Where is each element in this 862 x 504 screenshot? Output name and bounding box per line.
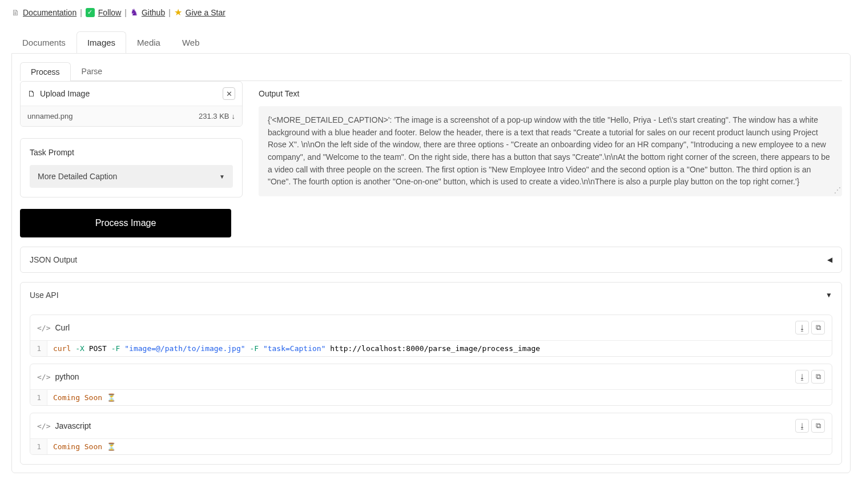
top-link-bar: 🗎 Documentation | ✓ Follow | ♞ Github | … — [11, 7, 851, 18]
code-card-javascript: </> Javascript ⭳ ⧉ 1 Coming Soon ⏳ — [30, 413, 832, 455]
copy-icon: ⧉ — [816, 372, 821, 381]
code-content[interactable]: curl -X POST -F "image=@/path/to/image.j… — [47, 341, 832, 356]
tab-documents[interactable]: Documents — [11, 31, 76, 53]
line-number: 1 — [30, 341, 47, 356]
tab-images[interactable]: Images — [76, 31, 126, 53]
close-icon: ✕ — [226, 90, 232, 98]
tab-web[interactable]: Web — [171, 31, 211, 53]
github-icon: ♞ — [130, 7, 138, 18]
give-star-link[interactable]: Give a Star — [186, 8, 225, 17]
task-prompt-value: More Detailed Caption — [38, 172, 117, 181]
clear-upload-button[interactable]: ✕ — [223, 87, 235, 100]
tab-parse[interactable]: Parse — [71, 62, 114, 80]
process-image-button[interactable]: Process Image — [20, 209, 231, 237]
star-icon: ★ — [174, 7, 182, 18]
copy-icon: ⧉ — [816, 421, 821, 430]
code-lang-label: Javascript — [55, 421, 91, 430]
download-code-button[interactable]: ⭳ — [795, 370, 809, 384]
download-icon: ⭳ — [799, 422, 806, 430]
follow-link[interactable]: Follow — [98, 8, 121, 17]
upload-title: Upload Image — [40, 89, 90, 98]
file-row[interactable]: unnamed.png 231.3 KB ↓ — [21, 106, 242, 126]
json-output-title: JSON Output — [30, 255, 77, 264]
document-icon: 🗎 — [11, 8, 19, 17]
file-size: 231.3 KB — [199, 112, 229, 120]
json-output-header[interactable]: JSON Output ◀ — [21, 247, 841, 272]
main-tabs: Documents Images Media Web — [11, 31, 851, 53]
copy-code-button[interactable]: ⧉ — [811, 370, 825, 384]
line-number: 1 — [30, 390, 47, 405]
line-number: 1 — [30, 439, 47, 454]
code-icon: </> — [37, 422, 50, 430]
hourglass-icon: ⏳ — [107, 442, 116, 451]
file-name: unnamed.png — [27, 112, 73, 120]
output-text[interactable]: {'<MORE_DETAILED_CAPTION>': 'The image i… — [259, 106, 842, 196]
tab-process[interactable]: Process — [20, 62, 71, 81]
output-label: Output Text — [259, 89, 842, 98]
download-icon: ⭳ — [799, 324, 806, 332]
github-link[interactable]: Github — [142, 8, 165, 17]
upload-box: 🗋 Upload Image ✕ unnamed.png 231.3 KB ↓ — [20, 81, 243, 127]
file-icon: 🗋 — [27, 89, 35, 98]
json-output-section: JSON Output ◀ — [20, 247, 842, 273]
resize-handle-icon[interactable]: ⋰ — [834, 185, 841, 196]
use-api-section: Use API ▼ </> Curl ⭳ ⧉ 1 curl — [20, 282, 842, 465]
collapse-left-icon: ◀ — [827, 256, 832, 264]
separator: | — [80, 8, 82, 17]
separator: | — [124, 8, 127, 17]
code-icon: </> — [37, 373, 50, 381]
download-icon: ⭳ — [799, 373, 806, 381]
code-icon: </> — [37, 324, 50, 332]
copy-code-button[interactable]: ⧉ — [811, 321, 825, 334]
copy-code-button[interactable]: ⧉ — [811, 419, 825, 433]
task-prompt-select[interactable]: More Detailed Caption ▼ — [30, 165, 233, 188]
chevron-down-icon: ▼ — [219, 174, 225, 180]
use-api-title: Use API — [30, 291, 59, 300]
task-prompt-box: Task Prompt More Detailed Caption ▼ — [20, 138, 243, 197]
sub-tabs: Process Parse — [20, 62, 842, 81]
task-prompt-label: Task Prompt — [30, 148, 233, 157]
download-code-button[interactable]: ⭳ — [795, 419, 809, 433]
code-card-curl: </> Curl ⭳ ⧉ 1 curl -X POST -F "image=@/… — [30, 315, 832, 357]
code-lang-label: Curl — [55, 323, 70, 332]
use-api-header[interactable]: Use API ▼ — [21, 283, 841, 308]
hourglass-icon: ⏳ — [107, 393, 116, 402]
main-panel: Process Parse 🗋 Upload Image ✕ unnamed.p… — [11, 53, 851, 473]
separator: | — [168, 8, 171, 17]
tab-media[interactable]: Media — [126, 31, 171, 53]
copy-icon: ⧉ — [816, 323, 821, 332]
download-icon: ↓ — [232, 112, 236, 120]
code-content[interactable]: Coming Soon ⏳ — [47, 390, 832, 405]
code-content[interactable]: Coming Soon ⏳ — [47, 439, 832, 454]
documentation-link[interactable]: Documentation — [23, 8, 76, 17]
download-code-button[interactable]: ⭳ — [795, 321, 809, 334]
chevron-down-icon: ▼ — [825, 291, 832, 299]
output-text-content: {'<MORE_DETAILED_CAPTION>': 'The image i… — [268, 115, 830, 186]
check-icon: ✓ — [86, 8, 95, 17]
code-lang-label: python — [55, 372, 79, 381]
code-card-python: </> python ⭳ ⧉ 1 Coming Soon ⏳ — [30, 364, 832, 406]
